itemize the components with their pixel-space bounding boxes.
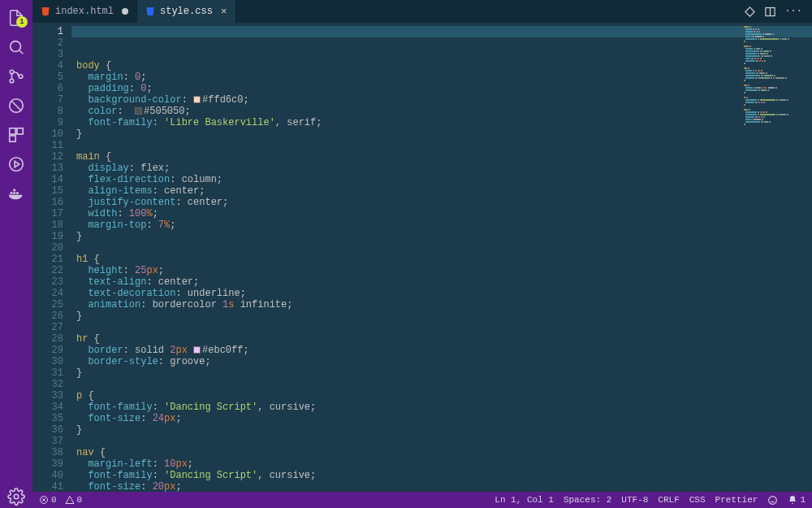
- code-line: width: 100%;: [76, 208, 812, 219]
- code-line: border-style: groove;: [76, 356, 812, 367]
- status-formatter[interactable]: Prettier: [715, 495, 758, 505]
- status-bar: 0 0 Ln 1, Col 1 Spaces: 2 UTF-8 CRLF CSS…: [32, 492, 812, 508]
- code-line: }: [76, 310, 812, 322]
- code-line: text-align: center;: [76, 276, 812, 288]
- status-feedback[interactable]: [767, 495, 778, 506]
- code-line: margin-left: 10px;: [76, 458, 812, 470]
- code-content[interactable]: body { margin: 0; padding: 0; background…: [71, 23, 812, 492]
- status-errors[interactable]: 0: [39, 495, 57, 505]
- explorer-badge: 1: [16, 16, 28, 28]
- activity-bar: 1: [0, 0, 32, 508]
- status-warnings[interactable]: 0: [65, 495, 83, 505]
- code-line: padding: 0;: [76, 83, 812, 94]
- smiley-icon: [767, 495, 778, 506]
- current-line-highlight: [71, 26, 812, 37]
- code-line: nav {: [76, 447, 812, 458]
- svg-marker-11: [15, 161, 19, 167]
- code-line: display: flex;: [76, 163, 812, 174]
- code-line: }: [76, 231, 812, 242]
- more-actions-icon[interactable]: ···: [784, 6, 802, 17]
- svg-rect-14: [16, 192, 19, 194]
- code-line: border: solid 2px #ebc0ff;: [76, 345, 812, 356]
- code-line: font-size: 20px;: [76, 481, 812, 492]
- code-line: color: #505050;: [76, 106, 812, 117]
- code-line: background-color: #ffd6c0;: [76, 94, 812, 106]
- code-line: }: [76, 128, 812, 140]
- editor-tabs: index.html style.css × ···: [32, 0, 812, 23]
- extensions-icon[interactable]: [5, 124, 28, 146]
- code-line: justify-content: center;: [76, 197, 812, 208]
- html-file-icon: [41, 7, 50, 16]
- code-line: body {: [76, 60, 812, 72]
- svg-rect-7: [10, 128, 15, 134]
- code-line: font-family: 'Libre Baskerville', serif;: [76, 117, 812, 128]
- code-line: [76, 379, 812, 390]
- svg-marker-17: [745, 7, 754, 15]
- code-line: [76, 436, 812, 447]
- tab-style-css[interactable]: style.css ×: [137, 0, 236, 23]
- code-line: margin: 0;: [76, 72, 812, 83]
- svg-rect-8: [17, 128, 23, 134]
- tab-label: index.html: [55, 6, 114, 17]
- tab-index-html[interactable]: index.html: [32, 0, 137, 23]
- code-line: hr {: [76, 333, 812, 345]
- line-number-gutter: 1234567891011121314151617181920212223242…: [32, 23, 71, 492]
- status-eol[interactable]: CRLF: [658, 495, 679, 505]
- svg-rect-15: [13, 189, 15, 192]
- status-cursor-position[interactable]: Ln 1, Col 1: [495, 495, 554, 505]
- status-indentation[interactable]: Spaces: 2: [564, 495, 611, 505]
- code-line: [76, 140, 812, 151]
- source-control-icon[interactable]: [5, 65, 28, 88]
- code-line: [76, 322, 812, 333]
- code-line: animation: bordercolor 1s infinite;: [76, 299, 812, 310]
- svg-point-2: [10, 70, 14, 74]
- code-line: [76, 242, 812, 254]
- svg-line-6: [12, 102, 21, 111]
- code-line: p {: [76, 390, 812, 402]
- docker-icon[interactable]: [5, 182, 28, 205]
- status-encoding[interactable]: UTF-8: [621, 495, 648, 505]
- code-line: }: [76, 367, 812, 379]
- status-notifications[interactable]: 1: [788, 495, 806, 505]
- code-line: font-size: 24px;: [76, 413, 812, 424]
- error-icon: [39, 495, 49, 505]
- svg-point-4: [19, 75, 23, 79]
- svg-rect-9: [10, 136, 15, 141]
- svg-rect-12: [11, 192, 13, 194]
- code-line: height: 25px;: [76, 265, 812, 276]
- svg-point-0: [11, 41, 21, 52]
- code-line: font-family: 'Dancing Script', cursive;: [76, 402, 812, 413]
- bell-icon: [788, 495, 797, 505]
- svg-point-3: [10, 79, 14, 83]
- color-swatch-icon: [193, 346, 201, 354]
- svg-point-16: [14, 494, 19, 499]
- code-editor[interactable]: 1234567891011121314151617181920212223242…: [32, 23, 812, 492]
- code-line: }: [76, 424, 812, 436]
- color-swatch-icon: [193, 96, 201, 103]
- status-language[interactable]: CSS: [689, 495, 706, 505]
- code-line: margin-top: 7%;: [76, 219, 812, 231]
- warning-icon: [65, 495, 75, 505]
- code-line: main {: [76, 151, 812, 163]
- explorer-icon[interactable]: 1: [5, 7, 28, 29]
- code-line: text-decoration: underline;: [76, 288, 812, 299]
- code-line: align-items: center;: [76, 185, 812, 197]
- svg-line-1: [19, 50, 23, 54]
- svg-point-23: [769, 496, 777, 504]
- css-file-icon: [145, 7, 155, 16]
- close-tab-icon[interactable]: ×: [221, 6, 227, 18]
- dirty-indicator-icon: [122, 8, 128, 15]
- remote-icon[interactable]: [5, 153, 28, 176]
- code-line: flex-direction: column;: [76, 174, 812, 185]
- debug-icon[interactable]: [5, 94, 28, 117]
- svg-rect-13: [13, 192, 15, 194]
- search-icon[interactable]: [5, 36, 28, 59]
- tab-label: style.css: [160, 6, 213, 17]
- svg-point-10: [10, 158, 24, 172]
- code-line: font-family: 'Dancing Script', cursive;: [76, 470, 812, 481]
- split-editor-icon[interactable]: [764, 6, 776, 18]
- settings-gear-icon[interactable]: [5, 485, 28, 508]
- compare-changes-icon[interactable]: [744, 6, 756, 18]
- code-line: h1 {: [76, 254, 812, 265]
- color-swatch-icon: [135, 107, 142, 115]
